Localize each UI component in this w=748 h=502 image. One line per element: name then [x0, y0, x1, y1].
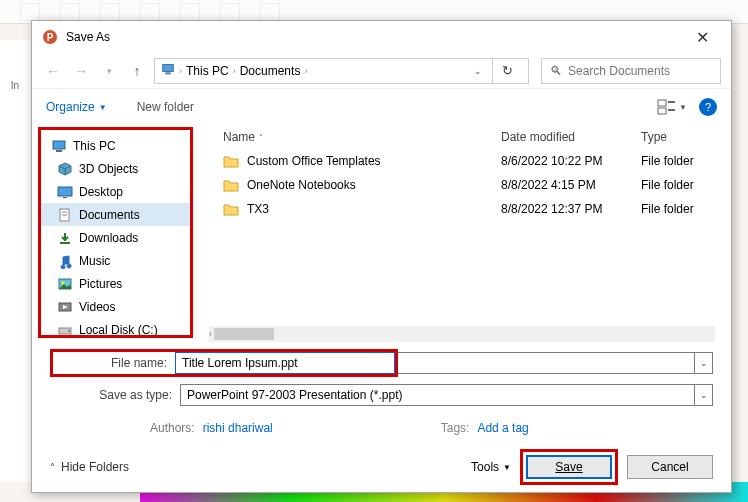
tags-label: Tags: [441, 421, 470, 435]
sidebar-item-3d-objects[interactable]: 3D Objects [41, 157, 190, 180]
address-bar[interactable]: › This PC › Documents › ⌄ ↻ [154, 58, 529, 84]
sidebar-item-downloads[interactable]: Downloads [41, 226, 190, 249]
svg-rect-5 [658, 108, 666, 114]
sidebar-item-pictures[interactable]: Pictures [41, 272, 190, 295]
folder-icon [223, 202, 239, 216]
sort-caret-icon: ˄ [259, 133, 263, 142]
sidebar-item-label: This PC [73, 139, 116, 153]
help-button[interactable]: ? [699, 98, 717, 116]
svg-rect-11 [63, 197, 67, 198]
folder-icon [223, 178, 239, 192]
file-row[interactable]: OneNote Notebooks 8/8/2022 4:15 PM File … [193, 173, 731, 197]
sidebar-item-local-disk[interactable]: Local Disk (C:) [41, 318, 190, 338]
svg-rect-2 [163, 65, 174, 72]
svg-rect-6 [668, 101, 675, 103]
file-row[interactable]: TX3 8/8/2022 12:37 PM File folder [193, 197, 731, 221]
cube-icon [57, 161, 73, 177]
svg-rect-8 [53, 141, 65, 149]
col-date[interactable]: Date modified [501, 130, 575, 144]
pictures-icon [57, 276, 73, 292]
file-pane: Name ˄ Date modified Type Custom Office … [193, 125, 731, 342]
sidebar-item-desktop[interactable]: Desktop [41, 180, 190, 203]
file-date: 8/6/2022 10:22 PM [501, 154, 602, 168]
sidebar-item-label: Downloads [79, 231, 138, 245]
organize-button[interactable]: Organize▼ [46, 100, 107, 114]
search-input[interactable]: 🔍︎ Search Documents [541, 58, 721, 84]
refresh-button[interactable]: ↻ [492, 58, 522, 84]
svg-point-17 [62, 281, 65, 284]
svg-rect-9 [56, 150, 62, 152]
breadcrumb-pc[interactable]: This PC [186, 64, 229, 78]
tools-button[interactable]: Tools▼ [471, 460, 511, 474]
hide-folders-button[interactable]: ˄ Hide Folders [50, 460, 129, 474]
svg-rect-3 [165, 73, 170, 75]
back-button[interactable]: ← [42, 60, 64, 82]
col-type[interactable]: Type [641, 130, 667, 144]
svg-rect-4 [658, 100, 666, 106]
file-date: 8/8/2022 4:15 PM [501, 178, 596, 192]
file-name: Custom Office Templates [247, 154, 381, 168]
titlebar: P Save As ✕ [32, 21, 731, 53]
sidebar-item-label: Documents [79, 208, 140, 222]
documents-icon [57, 207, 73, 223]
sidebar-item-label: Pictures [79, 277, 122, 291]
chevron-right-icon: › [304, 66, 307, 76]
sidebar-item-label: Desktop [79, 185, 123, 199]
music-icon [57, 253, 73, 269]
filename-input[interactable] [175, 352, 395, 374]
authors-value[interactable]: rishi dhariwal [203, 421, 273, 435]
search-icon: 🔍︎ [550, 64, 562, 78]
pc-icon [51, 138, 67, 154]
filename-label: File name: [53, 356, 175, 370]
svg-point-20 [68, 330, 70, 332]
sidebar-item-this-pc[interactable]: This PC [41, 134, 190, 157]
sidebar-item-documents[interactable]: Documents [41, 203, 190, 226]
bg-letter: In [0, 40, 30, 482]
folder-icon [223, 154, 239, 168]
videos-icon [57, 299, 73, 315]
file-date: 8/8/2022 12:37 PM [501, 202, 602, 216]
sidebar-item-videos[interactable]: Videos [41, 295, 190, 318]
powerpoint-icon: P [42, 29, 58, 45]
cancel-button[interactable]: Cancel [627, 455, 713, 479]
filename-dropdown[interactable]: ⌄ [695, 352, 713, 374]
column-headers[interactable]: Name ˄ Date modified Type [193, 125, 731, 149]
close-button[interactable]: ✕ [684, 24, 721, 51]
toolbar: Organize▼ New folder ▼ ? [32, 89, 731, 125]
savetype-input[interactable] [180, 384, 695, 406]
forward-button[interactable]: → [70, 60, 92, 82]
sidebar-item-label: Local Disk (C:) [79, 323, 158, 337]
file-type: File folder [641, 154, 694, 168]
download-icon [57, 230, 73, 246]
file-row[interactable]: Custom Office Templates 8/6/2022 10:22 P… [193, 149, 731, 173]
search-placeholder: Search Documents [568, 64, 670, 78]
view-button[interactable]: ▼ [657, 99, 687, 115]
breadcrumb-documents[interactable]: Documents [240, 64, 301, 78]
file-name: OneNote Notebooks [247, 178, 356, 192]
col-name[interactable]: Name [223, 130, 255, 144]
chevron-up-icon: ˄ [50, 462, 55, 473]
sidebar-item-music[interactable]: Music [41, 249, 190, 272]
savetype-label: Save as type: [50, 388, 180, 402]
recent-caret[interactable]: ▾ [98, 60, 120, 82]
tags-value[interactable]: Add a tag [477, 421, 528, 435]
new-folder-button[interactable]: New folder [137, 100, 194, 114]
sidebar-item-label: Videos [79, 300, 115, 314]
pc-icon [161, 62, 175, 79]
save-as-dialog: P Save As ✕ ← → ▾ ↑ › This PC › Document… [31, 20, 732, 493]
chevron-right-icon: › [179, 66, 182, 76]
sidebar: This PC 3D Objects Desktop Documents Dow… [38, 127, 193, 338]
bottom-panel: File name: ⌄ Save as type: ⌄ Authors: ri… [32, 342, 731, 492]
chevron-right-icon: › [233, 66, 236, 76]
h-scrollbar[interactable]: ‹ [209, 326, 715, 342]
up-button[interactable]: ↑ [126, 60, 148, 82]
savetype-dropdown[interactable]: ⌄ [695, 384, 713, 406]
save-button[interactable]: Save [526, 455, 612, 479]
filename-input-ext[interactable] [398, 352, 695, 374]
disk-icon [57, 322, 73, 338]
file-name: TX3 [247, 202, 269, 216]
address-dropdown[interactable]: ⌄ [468, 66, 488, 76]
desktop-icon [57, 184, 73, 200]
svg-rect-7 [668, 109, 675, 111]
window-title: Save As [66, 30, 110, 44]
